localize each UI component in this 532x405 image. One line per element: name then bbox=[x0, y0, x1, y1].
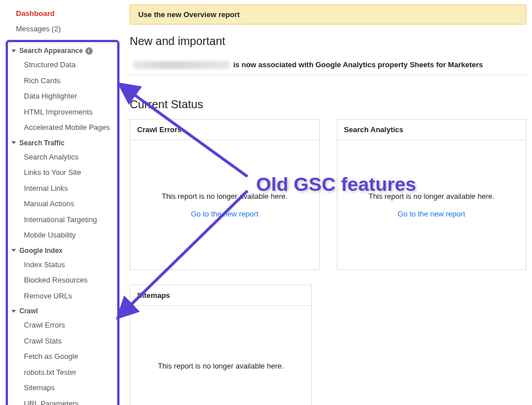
nav-item-url-parameters[interactable]: URL Parameters bbox=[10, 396, 115, 406]
nav-item-amp[interactable]: Accelerated Mobile Pages bbox=[10, 120, 115, 136]
caret-down-icon bbox=[11, 50, 16, 52]
nav-item-manual-actions[interactable]: Manual Actions bbox=[10, 196, 115, 212]
go-to-new-report-link[interactable]: Go to the new report bbox=[191, 210, 258, 218]
info-icon[interactable]: i bbox=[85, 47, 93, 55]
nav-messages[interactable]: Messages (2) bbox=[16, 21, 119, 36]
nav-item-search-analytics[interactable]: Search Analytics bbox=[10, 149, 115, 165]
main-content: Use the new Overview report New and impo… bbox=[119, 0, 532, 405]
nav-item-international-targeting[interactable]: International Targeting bbox=[10, 212, 115, 228]
nav-section-search-appearance[interactable]: Search Appearance i bbox=[10, 43, 115, 57]
nav-item-html-improvements[interactable]: HTML Improvements bbox=[10, 104, 115, 120]
card-header: Search Analytics bbox=[337, 120, 526, 140]
sidebar: Dashboard Messages (2) Search Appearance… bbox=[0, 0, 119, 405]
nav-item-mobile-usability[interactable]: Mobile Usability bbox=[10, 227, 115, 243]
card-header: Crawl Errors bbox=[130, 120, 319, 140]
redacted-property-name bbox=[133, 61, 230, 69]
nav-item-internal-links[interactable]: Internal Links bbox=[10, 181, 115, 197]
nav-section-label: Crawl bbox=[19, 307, 38, 315]
card-message: This report is no longer available here. bbox=[369, 192, 494, 201]
nav-section-label: Search Appearance bbox=[19, 47, 83, 55]
overview-banner[interactable]: Use the new Overview report bbox=[130, 5, 526, 24]
nav-dashboard[interactable]: Dashboard bbox=[16, 6, 119, 21]
nav-section-search-traffic[interactable]: Search Traffic bbox=[10, 136, 115, 149]
nav-item-robots-txt-tester[interactable]: robots.txt Tester bbox=[10, 365, 115, 381]
card-message: This report is no longer available here. bbox=[162, 192, 287, 201]
nav-item-blocked-resources[interactable]: Blocked Resources bbox=[10, 272, 115, 288]
notice-text: is now associated with Google Analytics … bbox=[233, 60, 483, 69]
caret-down-icon bbox=[11, 249, 16, 252]
card-header: Sitemaps bbox=[130, 285, 311, 306]
nav-item-index-status[interactable]: Index Status bbox=[10, 257, 115, 273]
old-features-highlight-box: Search Appearance i Structured Data Rich… bbox=[6, 40, 119, 405]
nav-item-crawl-stats[interactable]: Crawl Stats bbox=[10, 333, 115, 349]
card-sitemaps: Sitemaps This report is no longer availa… bbox=[130, 285, 312, 405]
card-crawl-errors: Crawl Errors This report is no longer av… bbox=[130, 119, 320, 270]
nav-item-structured-data[interactable]: Structured Data bbox=[10, 57, 115, 73]
nav-item-fetch-as-google[interactable]: Fetch as Google bbox=[10, 349, 115, 365]
nav-item-crawl-errors[interactable]: Crawl Errors bbox=[10, 317, 115, 333]
caret-down-icon bbox=[11, 141, 16, 144]
nav-section-crawl[interactable]: Crawl bbox=[10, 304, 115, 317]
nav-section-google-index[interactable]: Google Index bbox=[10, 243, 115, 257]
nav-item-rich-cards[interactable]: Rich Cards bbox=[10, 73, 115, 89]
card-message: This report is no longer available here. bbox=[158, 362, 283, 370]
current-status-title: Current Status bbox=[130, 98, 526, 111]
nav-item-data-highlighter[interactable]: Data Highlighter bbox=[10, 88, 115, 104]
caret-down-icon bbox=[11, 310, 16, 313]
nav-item-links-to-your-site[interactable]: Links to Your Site bbox=[10, 165, 115, 181]
card-search-analytics: Search Analytics This report is no longe… bbox=[337, 119, 527, 270]
notice-row[interactable]: is now associated with Google Analytics … bbox=[130, 56, 526, 75]
nav-section-label: Search Traffic bbox=[19, 139, 64, 147]
nav-section-label: Google Index bbox=[19, 247, 63, 255]
go-to-new-report-link[interactable]: Go to the new report bbox=[398, 210, 465, 218]
nav-item-remove-urls[interactable]: Remove URLs bbox=[10, 288, 115, 304]
nav-item-sitemaps[interactable]: Sitemaps bbox=[10, 380, 115, 396]
new-important-title: New and important bbox=[130, 35, 526, 48]
